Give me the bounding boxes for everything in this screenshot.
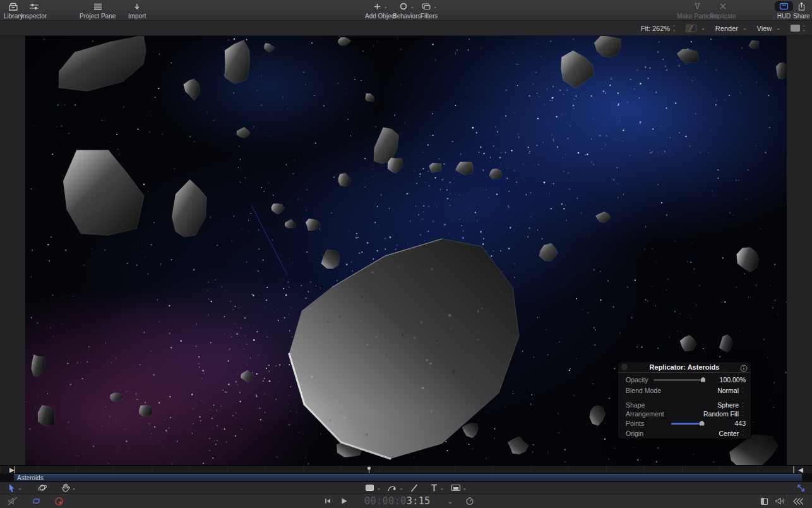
hud-row-shape: Shape Sphere ⌃⌄	[626, 401, 746, 409]
inspector-icon	[28, 1, 40, 11]
shape-label: Shape	[626, 401, 717, 409]
share-label: Share	[793, 13, 810, 20]
popup-stepper-icon[interactable]: ⌃⌄	[741, 432, 746, 436]
canvas-area: Replicator: Asteroids Opacity 100.00% Bl…	[0, 36, 812, 465]
hand-icon	[61, 483, 70, 493]
mask-rect-icon	[451, 484, 461, 492]
line-stroke-icon	[410, 483, 419, 493]
out-point-marker[interactable]: ▏◀	[794, 466, 803, 473]
adjust-view-button[interactable]	[796, 483, 806, 493]
layout-control[interactable]: ⌃⌄	[791, 25, 806, 32]
in-point-marker[interactable]: ▶▏	[9, 466, 19, 473]
timecode-display[interactable]: 00:00:03:15	[364, 495, 431, 507]
filters-button[interactable]: ⌄ Filters	[421, 1, 438, 20]
chevron-down-icon: ⌄	[743, 25, 747, 31]
play-icon	[340, 497, 348, 505]
timecode-menu-button[interactable]: ⌄	[446, 498, 453, 505]
bezier-tool-button[interactable]: ⌄	[387, 483, 403, 493]
behaviors-button[interactable]: ⌄ Behaviors	[393, 1, 421, 20]
share-icon	[797, 1, 806, 11]
opacity-slider-handle[interactable]	[701, 377, 705, 382]
blend-mode-value[interactable]: Normal	[717, 387, 739, 394]
share-button[interactable]: Share	[793, 1, 810, 20]
show-timeline-button[interactable]	[760, 497, 768, 505]
view-menu[interactable]: View ⌄	[757, 25, 780, 32]
make-particles-icon	[693, 1, 702, 11]
timing-display-toggle[interactable]	[465, 497, 474, 505]
loop-playback-button[interactable]	[31, 497, 42, 505]
chevron-down-icon: ⌄	[410, 4, 414, 9]
import-button[interactable]: Import	[128, 1, 146, 20]
origin-label: Origin	[626, 430, 719, 437]
points-slider[interactable]	[671, 423, 705, 425]
mask-tool-button[interactable]: ⌄	[451, 484, 467, 492]
opacity-value[interactable]: 100.00%	[710, 376, 746, 384]
chevron-down-icon: ⌄	[399, 485, 403, 491]
text-tool-icon	[430, 483, 438, 492]
timeline-pane-icon	[760, 497, 768, 505]
chevron-down-icon: ⌄	[776, 25, 780, 31]
opacity-slider[interactable]	[654, 379, 705, 381]
channel-swatch-control[interactable]: ⌄	[686, 25, 705, 32]
project-pane-button[interactable]: Project Pane	[80, 1, 116, 20]
timecode-bright-digits: 3:15	[407, 495, 431, 507]
mini-timeline-ruler[interactable]: ▶▏ ▏◀	[0, 465, 812, 473]
show-keyframe-editor-button[interactable]	[792, 497, 804, 505]
chevron-down-icon: ⌄	[701, 25, 705, 31]
add-object-button[interactable]: ⌄ Add Object	[365, 1, 396, 20]
hud-row-arrangement: Arrangement Random Fill ⌃⌄	[626, 409, 746, 418]
view-menu-label: View	[757, 25, 772, 32]
previous-frame-button[interactable]	[324, 497, 331, 505]
library-label: Library	[4, 13, 23, 20]
behaviors-label: Behaviors	[393, 13, 421, 20]
shape-value[interactable]: Sphere	[717, 401, 739, 409]
popup-stepper-icon[interactable]: ⌃⌄	[741, 412, 746, 416]
points-label: Points	[626, 420, 671, 427]
show-audio-button[interactable]	[775, 497, 785, 505]
hud-row-blend-mode: Blend Mode Normal ⌃⌄	[626, 386, 746, 395]
hud-titlebar[interactable]: Replicator: Asteroids	[618, 362, 751, 373]
play-button[interactable]	[340, 497, 348, 505]
hud-panel[interactable]: Replicator: Asteroids Opacity 100.00% Bl…	[618, 361, 751, 439]
clock-icon	[465, 497, 474, 505]
arrangement-value[interactable]: Random Fill	[703, 410, 739, 418]
blend-mode-label: Blend Mode	[626, 387, 717, 394]
hud-close-button[interactable]	[621, 364, 628, 370]
popup-stepper-icon[interactable]: ⌃⌄	[741, 403, 746, 408]
pan-tool-button[interactable]: ⌄	[61, 483, 76, 493]
hud-title: Replicator: Asteroids	[650, 363, 720, 371]
render-menu[interactable]: Render ⌄	[715, 25, 747, 32]
hud-button[interactable]: HUD	[775, 1, 793, 20]
origin-value[interactable]: Center	[719, 430, 739, 437]
record-icon	[54, 497, 64, 506]
tool-bar: ⌄ ⌄ ⌄ ⌄ ⌄ ⌄	[0, 481, 812, 493]
asteroids-track-bar[interactable]: Asteroids	[14, 474, 802, 481]
info-icon[interactable]	[740, 363, 748, 375]
layout-stepper-icon[interactable]: ⌃⌄	[803, 26, 806, 31]
opacity-label: Opacity	[626, 376, 654, 384]
hud-label: HUD	[777, 13, 791, 20]
zoom-level-control[interactable]: Fit: 262% ⌃⌄	[641, 25, 676, 32]
paint-stroke-tool-button[interactable]	[410, 483, 419, 493]
motion-app-window: Library Inspector Project Pane Import	[0, 0, 812, 508]
hud-row-origin: Origin Center ⌃⌄	[626, 429, 746, 438]
hud-icon	[779, 1, 789, 11]
inspector-label: Inspector	[21, 13, 47, 20]
transform-3d-tool-button[interactable]	[37, 483, 47, 493]
zoom-stepper-icon[interactable]: ⌃⌄	[672, 26, 676, 31]
library-button[interactable]: Library	[4, 1, 23, 20]
pen-bezier-icon	[387, 483, 397, 493]
rectangle-tool-button[interactable]: ⌄	[365, 484, 381, 492]
replicate-button: Replicate	[710, 1, 736, 20]
record-button[interactable]	[54, 497, 64, 506]
inspector-button[interactable]: Inspector	[21, 1, 47, 20]
render-menu-label: Render	[715, 25, 738, 32]
chevron-down-icon: ⌄	[72, 485, 76, 491]
points-slider-handle[interactable]	[700, 421, 704, 426]
popup-stepper-icon[interactable]: ⌃⌄	[741, 389, 746, 393]
rectangle-icon	[365, 484, 374, 492]
select-tool-button[interactable]: ⌄	[8, 483, 22, 493]
audio-mute-button[interactable]	[8, 497, 18, 505]
points-value[interactable]: 443	[710, 420, 746, 427]
text-tool-button[interactable]: ⌄	[430, 483, 445, 492]
